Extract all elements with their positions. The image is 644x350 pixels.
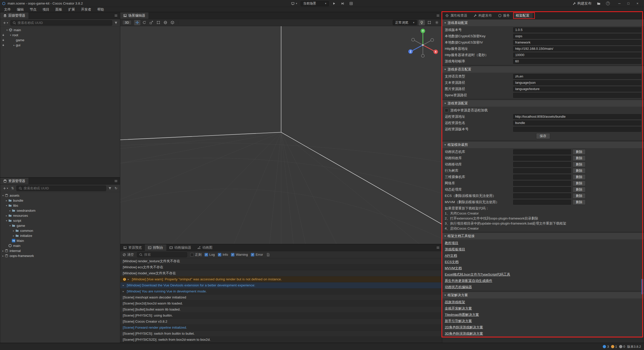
delete-module-button[interactable]: 删除 bbox=[573, 162, 586, 167]
framework-link[interactable]: MVVM文档 bbox=[445, 266, 462, 271]
framework-link[interactable]: 动画状态机编辑器 bbox=[445, 285, 472, 289]
log-filter-checkbox[interactable]: 正则 bbox=[190, 252, 202, 257]
hierarchy-search-input[interactable] bbox=[18, 21, 110, 25]
log-filter-checkbox[interactable]: ✓Log bbox=[205, 253, 215, 256]
checkbox[interactable]: ✓ bbox=[251, 253, 254, 256]
dimension-mode-button[interactable]: 3D bbox=[122, 20, 132, 25]
checkbox[interactable]: ✓ bbox=[231, 253, 234, 256]
console-panel-menu-button[interactable] bbox=[434, 244, 442, 251]
tree-item[interactable]: ▾root bbox=[0, 32, 120, 37]
log-row[interactable]: [Window] render_texture文件夹不存在 bbox=[120, 258, 442, 264]
tree-expander-icon[interactable]: ▾ bbox=[5, 29, 9, 31]
framework-link[interactable]: Tiledmap地图解决方案 bbox=[445, 313, 479, 317]
log-row[interactable]: ▸[Window] You are running Vue in develop… bbox=[120, 288, 442, 294]
property-input[interactable] bbox=[513, 27, 641, 32]
delete-module-button[interactable]: 删除 bbox=[573, 155, 586, 161]
rect-tool-icon[interactable] bbox=[155, 20, 162, 25]
module-input[interactable] bbox=[513, 168, 571, 173]
menu-item[interactable]: 文件 bbox=[1, 7, 14, 12]
console-tab[interactable]: 动画编辑器 bbox=[166, 244, 194, 251]
log-row[interactable]: [Scene] Cocos Creator v3.8.2 bbox=[120, 319, 442, 325]
assets-search-input[interactable] bbox=[24, 186, 104, 190]
tree-expander-icon[interactable]: ▸ bbox=[12, 234, 15, 237]
inspector-tab[interactable]: 构建发布 bbox=[470, 12, 495, 19]
tree-item[interactable]: ▸seedrandom bbox=[0, 208, 120, 213]
tree-expander-icon[interactable]: ▾ bbox=[8, 224, 12, 227]
section-header[interactable]: ▾游戏资源配置 bbox=[442, 100, 644, 107]
preview-target-button[interactable]: ▾ bbox=[290, 1, 299, 6]
message-count-badge[interactable]: 3 bbox=[603, 345, 609, 348]
tree-expander-icon[interactable]: ▸ bbox=[5, 199, 8, 202]
move-tool-icon[interactable] bbox=[134, 20, 140, 25]
tree-item[interactable]: TSMain bbox=[0, 238, 120, 243]
scale-tool-icon[interactable] bbox=[148, 20, 154, 25]
inspector-tab[interactable]: 框架配置 bbox=[513, 12, 533, 19]
refresh-icon[interactable]: ↻ bbox=[114, 186, 118, 190]
assets-panel-menu-button[interactable] bbox=[112, 178, 120, 184]
menu-item[interactable]: 开发者 bbox=[78, 7, 94, 12]
tree-item[interactable]: ▸initialize bbox=[0, 233, 120, 238]
world-space-icon[interactable] bbox=[162, 20, 169, 25]
inspector-scrollbar[interactable] bbox=[641, 279, 643, 294]
log-row[interactable]: ▸[Window] [Vue warn]: Property "onInput"… bbox=[120, 276, 442, 282]
tree-item[interactable]: ▾libs bbox=[0, 203, 120, 208]
menu-item[interactable]: 项目 bbox=[39, 7, 52, 12]
log-filter-checkbox[interactable]: ✓Info bbox=[218, 253, 228, 256]
console-search-input[interactable] bbox=[144, 253, 185, 256]
property-input[interactable] bbox=[513, 74, 641, 79]
log-row[interactable]: [Scene] [PHYSICS2D]: switch from box2d-w… bbox=[120, 337, 442, 343]
tree-item[interactable]: ▾game bbox=[0, 223, 120, 228]
log-count-badge[interactable]: 0 bbox=[619, 345, 625, 348]
maximize-button[interactable]: □ bbox=[624, 0, 633, 7]
property-input[interactable] bbox=[513, 93, 641, 98]
tree-item[interactable]: ▾assets bbox=[0, 193, 120, 198]
property-input[interactable] bbox=[513, 40, 641, 45]
framework-link[interactable]: 战旗游戏框架 bbox=[445, 300, 465, 304]
hierarchy-tab[interactable]: 层级管理器 bbox=[0, 12, 28, 19]
console-tab[interactable]: 资源预览 bbox=[120, 244, 145, 251]
framework-link[interactable]: ECS文档 bbox=[445, 260, 459, 264]
property-input[interactable] bbox=[513, 120, 641, 125]
log-row[interactable]: [Scene] [PHYSICS]: using builtin. bbox=[120, 313, 442, 319]
tree-item[interactable]: ▸gui bbox=[0, 42, 120, 48]
delete-module-button[interactable]: 删除 bbox=[573, 187, 586, 192]
tree-expander-icon[interactable]: ▸ bbox=[8, 209, 12, 212]
log-row[interactable]: [Window] ecs文件夹不存在 bbox=[120, 264, 442, 270]
scene-select[interactable]: 当前场景 ▾ bbox=[301, 1, 329, 6]
scene-panel-menu-button[interactable] bbox=[434, 12, 442, 19]
export-log-icon[interactable] bbox=[266, 253, 270, 256]
framework-link[interactable]: 原生包热更新配置自动生成插件 bbox=[445, 279, 492, 283]
menu-item[interactable]: 面板 bbox=[52, 7, 65, 12]
menu-item[interactable]: 扩展 bbox=[65, 7, 78, 12]
log-filter-checkbox[interactable]: ✓Error bbox=[251, 253, 263, 256]
delete-module-button[interactable]: 删除 bbox=[573, 181, 586, 186]
assets-search[interactable] bbox=[16, 186, 106, 191]
module-input[interactable] bbox=[513, 174, 571, 180]
filter-icon[interactable] bbox=[114, 21, 118, 25]
delete-module-button[interactable]: 删除 bbox=[573, 149, 586, 155]
tree-item[interactable]: ▸internal bbox=[0, 248, 120, 253]
console-tab[interactable]: 控制台 bbox=[145, 244, 166, 251]
axis-gizmo[interactable]: YXZ bbox=[404, 26, 442, 64]
tree-expander-icon[interactable]: ▸ bbox=[1, 249, 5, 252]
inspector-tab[interactable]: 属性检查器 bbox=[442, 12, 470, 19]
property-input[interactable] bbox=[513, 59, 641, 64]
warning-count-badge[interactable]: 1 bbox=[611, 345, 617, 348]
framework-link[interactable]: 游戏模板项目 bbox=[445, 247, 465, 252]
property-input[interactable] bbox=[513, 34, 641, 39]
view-mode-select[interactable]: 正常浏览 ▾ bbox=[393, 20, 417, 25]
framework-link[interactable]: 2D角色扮演游戏解决方案 bbox=[445, 325, 483, 330]
module-input[interactable] bbox=[513, 162, 571, 167]
checkbox[interactable]: ✓ bbox=[205, 253, 208, 256]
delete-module-button[interactable]: 删除 bbox=[573, 174, 586, 180]
log-expander-icon[interactable]: ▸ bbox=[123, 284, 125, 287]
tree-item[interactable]: ▸resources bbox=[0, 213, 120, 218]
hierarchy-search[interactable] bbox=[10, 20, 112, 26]
menu-item[interactable]: 编辑 bbox=[14, 7, 27, 12]
log-row[interactable]: [Scene] [bullet]:bullet wasm lib loaded. bbox=[120, 307, 442, 313]
menu-item[interactable]: 帮助 bbox=[94, 7, 107, 12]
snap-tool-icon[interactable] bbox=[169, 20, 176, 25]
delete-module-button[interactable]: 删除 bbox=[573, 168, 586, 173]
section-header[interactable]: ▾游戏基础配置 bbox=[442, 20, 644, 26]
sort-icon[interactable]: ⇅ bbox=[10, 186, 15, 190]
